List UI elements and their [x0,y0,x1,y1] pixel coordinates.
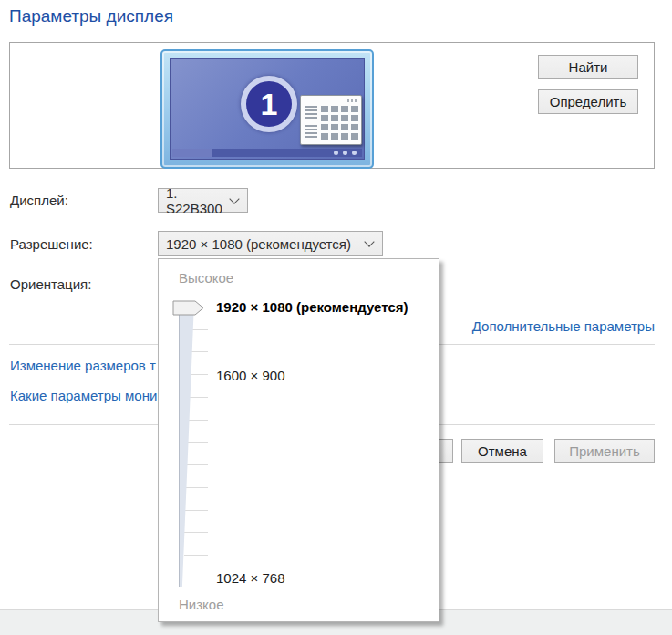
window-bottom-strip-line [0,630,672,630]
resolution-label: Разрешение: [10,236,93,252]
page-title: Параметры дисплея [9,6,173,26]
monitor-preview[interactable]: 1 [160,49,374,169]
display-label: Дисплей: [10,193,68,208]
display-select[interactable]: 1. S22B300 [158,188,248,213]
display-select-value: 1. S22B300 [166,185,223,216]
resolution-low-label: Низкое [179,597,224,612]
resolution-option-1920x1080[interactable]: 1920 × 1080 (рекомендуется) [216,299,408,315]
window-controls-graphic [347,99,358,102]
chevron-down-icon [364,236,374,246]
taskbar-start-graphic [172,149,212,157]
text-lines-graphic [305,106,317,119]
taskbar-dots-graphic [334,151,357,155]
monitor-number-badge: 1 [241,76,297,132]
change-text-size-link[interactable]: Изменение размеров т [10,358,156,373]
display-settings-window: { "window": { "title": "Параметры диспле… [0,0,672,635]
apply-button[interactable]: Применить [554,439,655,463]
identify-button[interactable]: Определить [538,89,638,114]
monitor-settings-help-link[interactable]: Какие параметры мони [10,388,157,403]
chevron-down-icon [229,193,239,203]
app-window-icon [300,95,362,145]
resolution-slider-thumb[interactable] [172,300,204,316]
tile-grid-graphic [321,106,358,141]
cancel-button[interactable]: Отмена [461,439,543,463]
resolution-dropdown-panel: Высокое 1920 × 1080 (рекомендуется) 1600… [158,258,439,622]
monitor-taskbar-graphic [172,149,362,157]
text-lines-graphic [305,125,317,138]
resolution-select-value: 1920 × 1080 (рекомендуется) [166,236,351,252]
find-button[interactable]: Найти [538,55,638,79]
resolution-high-label: Высокое [179,270,233,286]
resolution-option-1600x900[interactable]: 1600 × 900 [216,368,285,383]
advanced-settings-link[interactable]: Дополнительные параметры [472,318,655,334]
slider-track-line [179,302,180,587]
orientation-label: Ориентация: [10,276,91,292]
resolution-option-1024x768[interactable]: 1024 × 768 [216,570,285,586]
resolution-select[interactable]: 1920 × 1080 (рекомендуется) [158,231,383,256]
